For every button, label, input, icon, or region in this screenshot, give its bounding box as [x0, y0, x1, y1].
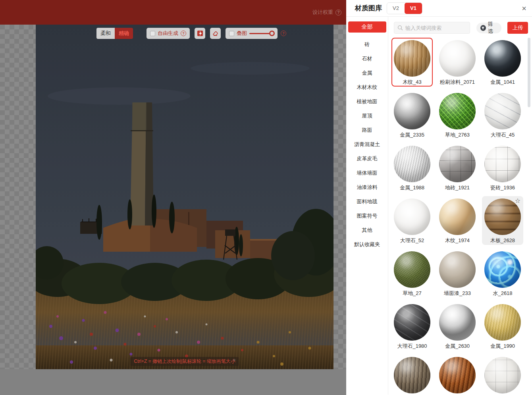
help-icon[interactable]: ?: [335, 10, 341, 15]
material-grid: 木纹_43粉刷涂料_2071金属_1041金属_2335草地_2763大理石_4…: [388, 38, 532, 395]
panel-scrollbar[interactable]: [528, 38, 530, 107]
material-label: 草地_2763: [439, 131, 476, 138]
app-window: 设计权重 ?: [0, 0, 532, 395]
overlay-checkbox[interactable]: [229, 31, 234, 36]
material-tile[interactable]: 墙面漆_233: [437, 249, 478, 298]
material-label: 大理石_1980: [394, 343, 430, 349]
render-image-scene: [36, 25, 333, 369]
category-item[interactable]: 沥青混凝土: [346, 137, 388, 152]
eraser-button[interactable]: [210, 28, 221, 39]
panel-title: 材质图库: [355, 4, 382, 13]
category-item[interactable]: 路面: [346, 123, 388, 137]
close-icon[interactable]: ×: [522, 4, 526, 12]
material-tile[interactable]: 粉刷涂料_2071: [437, 38, 478, 87]
material-sphere-icon: [439, 304, 476, 341]
version-tabs: V2V1: [387, 2, 422, 14]
soft-mode-button[interactable]: 柔和: [96, 28, 115, 39]
canvas-toolbar: 柔和 精确 自由生成 ?: [96, 28, 286, 39]
material-sphere-icon: [439, 357, 476, 393]
material-sphere-icon: [439, 251, 476, 288]
material-sphere-icon: [394, 357, 430, 393]
material-sphere-icon: [484, 93, 521, 129]
upload-button[interactable]: 上传: [507, 22, 528, 34]
material-label: 木板_2628: [484, 237, 521, 243]
material-tile[interactable]: [482, 355, 523, 395]
material-label: 金属_1990: [484, 343, 521, 349]
app-titlebar: 设计权重 ?: [0, 0, 346, 25]
material-label: 金属_2630: [439, 343, 476, 349]
material-tile[interactable]: 地砖_1921: [437, 143, 478, 192]
material-label: 瓷砖_1936: [484, 184, 521, 191]
search-box[interactable]: [394, 22, 470, 34]
shortcut-hint: Ctrl+Z = 撤销上次绘制|鼠标滚轮 = 缩放画笔大小: [130, 357, 239, 366]
category-item[interactable]: 屋顶: [346, 109, 388, 123]
brush-mode-segment: 柔和 精确: [96, 28, 133, 39]
material-label: 大理石_45: [484, 131, 521, 138]
material-tile[interactable]: 水_2618: [482, 249, 523, 298]
free-generate-help-icon[interactable]: ?: [181, 31, 186, 36]
precise-mode-button[interactable]: 精确: [115, 28, 133, 39]
overlay-opacity-slider[interactable]: [249, 31, 274, 36]
material-tile[interactable]: 木纹_43: [391, 38, 433, 87]
swap-image-button[interactable]: [195, 28, 205, 39]
category-item[interactable]: 木材木纹: [346, 80, 388, 94]
material-tile[interactable]: 金属_1988: [391, 143, 433, 192]
canvas-workspace[interactable]: Ctrl+Z = 撤销上次绘制|鼠标滚轮 = 缩放画笔大小 柔和 精确 自由生成…: [0, 25, 346, 369]
material-tile[interactable]: 草地_2763: [437, 91, 478, 139]
category-item[interactable]: 石材: [346, 52, 388, 66]
category-item[interactable]: 其他: [346, 223, 388, 237]
material-tile[interactable]: 大理石_1980: [391, 302, 433, 351]
material-tile[interactable]: 木纹_1974: [437, 196, 478, 245]
material-tile[interactable]: 金属_2630: [437, 302, 478, 351]
category-item[interactable]: 金属: [346, 66, 388, 80]
free-generate-label: 自由生成: [158, 30, 178, 37]
material-label: 木纹_1974: [439, 237, 476, 243]
material-tile[interactable]: 大理石_52: [391, 196, 433, 245]
free-generate-checkbox[interactable]: [150, 31, 155, 36]
material-sphere-icon: [394, 93, 430, 129]
category-item[interactable]: 砖: [346, 37, 388, 52]
material-sphere-icon: [439, 146, 476, 182]
material-tile[interactable]: ☆木板_2628: [482, 196, 523, 245]
version-tab-v1[interactable]: V1: [405, 3, 422, 14]
free-generate-group: 自由生成 ?: [146, 28, 190, 39]
material-sphere-icon: [439, 198, 476, 235]
material-tile[interactable]: [391, 355, 433, 395]
canvas-area: 设计权重 ?: [0, 0, 346, 395]
material-sphere-icon: [484, 251, 521, 288]
render-image[interactable]: Ctrl+Z = 撤销上次绘制|鼠标滚轮 = 缩放画笔大小: [36, 25, 333, 369]
material-topbar: 筛选 上传: [388, 17, 532, 38]
material-sphere-icon: [439, 93, 476, 129]
filter-button[interactable]: 筛选: [476, 23, 502, 33]
material-sphere-icon: [439, 40, 476, 77]
slider-handle[interactable]: [269, 31, 275, 36]
favorite-star-icon[interactable]: ☆: [515, 198, 520, 204]
material-tile[interactable]: 大理石_45: [482, 91, 523, 139]
category-item[interactable]: 油漆涂料: [346, 180, 388, 195]
version-tab-v2[interactable]: V2: [387, 3, 405, 14]
category-all-button[interactable]: 全部: [348, 21, 386, 33]
filter-label: 筛选: [488, 21, 498, 35]
material-tile[interactable]: 金属_2335: [391, 91, 433, 139]
material-label: 草地_27: [394, 290, 430, 296]
material-tile[interactable]: 草地_27: [391, 249, 433, 298]
material-label: 金属_1988: [394, 184, 430, 191]
material-sphere-icon: [484, 357, 521, 393]
category-item[interactable]: 面料地毯: [346, 195, 388, 209]
material-tile[interactable]: 金属_1041: [482, 38, 523, 87]
material-content: 筛选 上传 木纹_43粉刷涂料_2071金属_1041金属_2335草地_276…: [388, 17, 532, 395]
search-input[interactable]: [405, 25, 465, 31]
category-item[interactable]: 墙体墙面: [346, 166, 388, 180]
overlay-help-icon[interactable]: ?: [281, 31, 286, 36]
filter-icon: [480, 25, 486, 31]
category-item[interactable]: 皮革皮毛: [346, 152, 388, 166]
category-item[interactable]: 默认收藏夹: [346, 237, 388, 252]
material-tile[interactable]: 瓷砖_1936: [482, 143, 523, 192]
material-tile[interactable]: [437, 355, 478, 395]
panel-body: 全部 砖石材金属木材木纹植被地面屋顶路面沥青混凝土皮革皮毛墙体墙面油漆涂料面料地…: [346, 17, 532, 395]
material-tile[interactable]: 金属_1990: [482, 302, 523, 351]
material-label: 金属_1041: [484, 79, 521, 85]
category-item[interactable]: 图案符号: [346, 209, 388, 223]
category-item[interactable]: 植被地面: [346, 94, 388, 109]
swap-image-icon: [197, 30, 203, 37]
